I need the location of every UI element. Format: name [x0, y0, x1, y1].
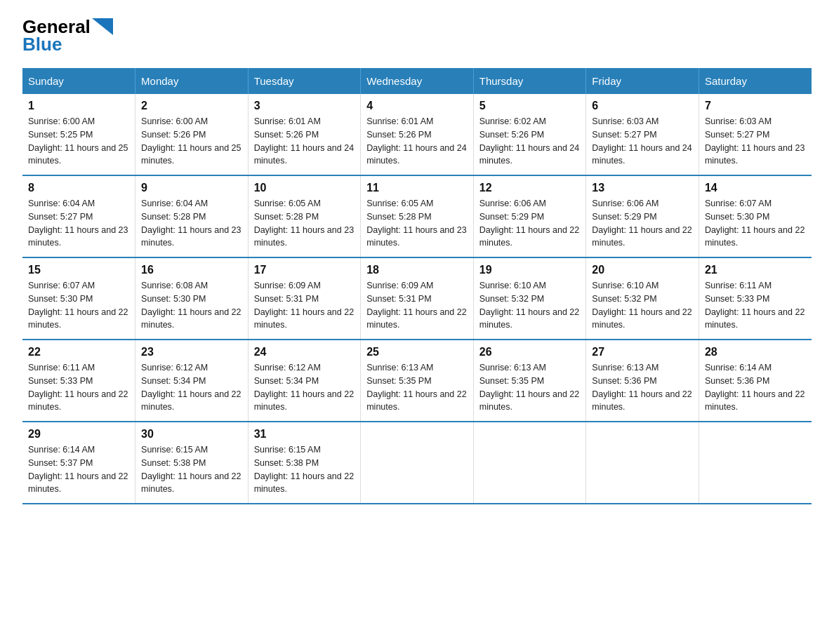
calendar-cell: 23 Sunrise: 6:12 AMSunset: 5:34 PMDaylig…	[135, 340, 249, 422]
weekday-header-tuesday: Tuesday	[248, 68, 361, 94]
calendar-cell: 8 Sunrise: 6:04 AMSunset: 5:27 PMDayligh…	[22, 175, 135, 257]
page-header: General Blue	[22, 17, 812, 54]
day-number: 17	[254, 264, 355, 276]
day-number: 2	[141, 100, 242, 112]
calendar-cell: 15 Sunrise: 6:07 AMSunset: 5:30 PMDaylig…	[22, 257, 135, 340]
day-detail: Sunrise: 6:09 AMSunset: 5:31 PMDaylight:…	[254, 281, 354, 330]
day-number: 12	[479, 182, 581, 194]
day-detail: Sunrise: 6:11 AMSunset: 5:33 PMDaylight:…	[28, 363, 128, 412]
day-detail: Sunrise: 6:00 AMSunset: 5:26 PMDaylight:…	[141, 116, 241, 166]
day-number: 15	[28, 264, 129, 276]
weekday-header-monday: Monday	[135, 68, 249, 94]
day-number: 28	[705, 346, 806, 358]
calendar-cell: 16 Sunrise: 6:08 AMSunset: 5:30 PMDaylig…	[135, 257, 249, 340]
svg-marker-0	[92, 18, 113, 35]
calendar-week-row: 8 Sunrise: 6:04 AMSunset: 5:27 PMDayligh…	[22, 175, 812, 257]
day-number: 14	[705, 182, 806, 194]
calendar-cell: 25 Sunrise: 6:13 AMSunset: 5:35 PMDaylig…	[361, 340, 474, 422]
calendar-week-row: 29 Sunrise: 6:14 AMSunset: 5:37 PMDaylig…	[22, 422, 812, 504]
weekday-header-wednesday: Wednesday	[361, 68, 474, 94]
day-detail: Sunrise: 6:12 AMSunset: 5:34 PMDaylight:…	[254, 363, 354, 412]
calendar-cell: 14 Sunrise: 6:07 AMSunset: 5:30 PMDaylig…	[699, 175, 812, 257]
day-number: 21	[705, 264, 806, 276]
day-number: 5	[479, 100, 581, 112]
day-detail: Sunrise: 6:14 AMSunset: 5:36 PMDaylight:…	[705, 363, 805, 412]
day-number: 1	[28, 100, 129, 112]
calendar-cell: 29 Sunrise: 6:14 AMSunset: 5:37 PMDaylig…	[22, 422, 135, 504]
day-detail: Sunrise: 6:00 AMSunset: 5:25 PMDaylight:…	[28, 116, 128, 166]
day-detail: Sunrise: 6:13 AMSunset: 5:35 PMDaylight:…	[479, 363, 579, 412]
day-detail: Sunrise: 6:03 AMSunset: 5:27 PMDaylight:…	[705, 116, 805, 166]
day-detail: Sunrise: 6:04 AMSunset: 5:28 PMDaylight:…	[141, 199, 241, 248]
day-detail: Sunrise: 6:15 AMSunset: 5:38 PMDaylight:…	[141, 445, 241, 494]
calendar-cell: 1 Sunrise: 6:00 AMSunset: 5:25 PMDayligh…	[22, 94, 135, 175]
day-detail: Sunrise: 6:15 AMSunset: 5:38 PMDaylight:…	[254, 445, 354, 494]
day-number: 29	[28, 428, 129, 441]
day-detail: Sunrise: 6:11 AMSunset: 5:33 PMDaylight:…	[705, 281, 805, 330]
calendar-cell: 27 Sunrise: 6:13 AMSunset: 5:36 PMDaylig…	[586, 340, 699, 422]
logo-graphic: General Blue	[22, 17, 113, 54]
day-number: 26	[479, 346, 581, 358]
calendar-cell	[361, 422, 474, 504]
day-detail: Sunrise: 6:07 AMSunset: 5:30 PMDaylight:…	[705, 199, 805, 248]
day-number: 20	[592, 264, 693, 276]
calendar-cell: 10 Sunrise: 6:05 AMSunset: 5:28 PMDaylig…	[248, 175, 361, 257]
calendar-week-row: 1 Sunrise: 6:00 AMSunset: 5:25 PMDayligh…	[22, 94, 812, 175]
calendar-table: SundayMondayTuesdayWednesdayThursdayFrid…	[22, 68, 812, 504]
calendar-cell: 5 Sunrise: 6:02 AMSunset: 5:26 PMDayligh…	[473, 94, 586, 175]
weekday-header-sunday: Sunday	[22, 68, 135, 94]
weekday-header-row: SundayMondayTuesdayWednesdayThursdayFrid…	[22, 68, 812, 94]
calendar-week-row: 15 Sunrise: 6:07 AMSunset: 5:30 PMDaylig…	[22, 257, 812, 340]
day-detail: Sunrise: 6:09 AMSunset: 5:31 PMDaylight:…	[366, 281, 466, 330]
day-number: 7	[705, 100, 806, 112]
day-detail: Sunrise: 6:02 AMSunset: 5:26 PMDaylight:…	[479, 116, 579, 166]
weekday-header-saturday: Saturday	[699, 68, 812, 94]
day-detail: Sunrise: 6:05 AMSunset: 5:28 PMDaylight:…	[254, 199, 354, 248]
calendar-cell: 13 Sunrise: 6:06 AMSunset: 5:29 PMDaylig…	[586, 175, 699, 257]
calendar-cell: 17 Sunrise: 6:09 AMSunset: 5:31 PMDaylig…	[248, 257, 361, 340]
calendar-cell: 22 Sunrise: 6:11 AMSunset: 5:33 PMDaylig…	[22, 340, 135, 422]
calendar-cell: 9 Sunrise: 6:04 AMSunset: 5:28 PMDayligh…	[135, 175, 249, 257]
calendar-cell: 24 Sunrise: 6:12 AMSunset: 5:34 PMDaylig…	[248, 340, 361, 422]
calendar-cell: 18 Sunrise: 6:09 AMSunset: 5:31 PMDaylig…	[361, 257, 474, 340]
day-detail: Sunrise: 6:04 AMSunset: 5:27 PMDaylight:…	[28, 199, 128, 248]
calendar-cell: 30 Sunrise: 6:15 AMSunset: 5:38 PMDaylig…	[135, 422, 249, 504]
calendar-cell: 20 Sunrise: 6:10 AMSunset: 5:32 PMDaylig…	[586, 257, 699, 340]
day-number: 19	[479, 264, 581, 276]
calendar-cell: 26 Sunrise: 6:13 AMSunset: 5:35 PMDaylig…	[473, 340, 586, 422]
day-number: 24	[254, 346, 355, 358]
calendar-cell: 4 Sunrise: 6:01 AMSunset: 5:26 PMDayligh…	[361, 94, 474, 175]
calendar-cell: 7 Sunrise: 6:03 AMSunset: 5:27 PMDayligh…	[699, 94, 812, 175]
weekday-header-thursday: Thursday	[473, 68, 586, 94]
day-number: 22	[28, 346, 129, 358]
calendar-cell: 31 Sunrise: 6:15 AMSunset: 5:38 PMDaylig…	[248, 422, 361, 504]
day-detail: Sunrise: 6:01 AMSunset: 5:26 PMDaylight:…	[366, 116, 466, 166]
calendar-cell: 6 Sunrise: 6:03 AMSunset: 5:27 PMDayligh…	[586, 94, 699, 175]
calendar-cell: 19 Sunrise: 6:10 AMSunset: 5:32 PMDaylig…	[473, 257, 586, 340]
day-detail: Sunrise: 6:13 AMSunset: 5:36 PMDaylight:…	[592, 363, 691, 412]
weekday-header-friday: Friday	[586, 68, 699, 94]
calendar-cell	[699, 422, 812, 504]
day-number: 18	[366, 264, 468, 276]
calendar-cell: 2 Sunrise: 6:00 AMSunset: 5:26 PMDayligh…	[135, 94, 249, 175]
day-number: 9	[141, 182, 242, 194]
day-number: 10	[254, 182, 355, 194]
day-number: 16	[141, 264, 242, 276]
calendar-cell: 12 Sunrise: 6:06 AMSunset: 5:29 PMDaylig…	[473, 175, 586, 257]
day-number: 27	[592, 346, 693, 358]
day-detail: Sunrise: 6:13 AMSunset: 5:35 PMDaylight:…	[366, 363, 466, 412]
calendar-cell: 11 Sunrise: 6:05 AMSunset: 5:28 PMDaylig…	[361, 175, 474, 257]
day-number: 6	[592, 100, 693, 112]
day-detail: Sunrise: 6:10 AMSunset: 5:32 PMDaylight:…	[592, 281, 691, 330]
day-detail: Sunrise: 6:06 AMSunset: 5:29 PMDaylight:…	[592, 199, 691, 248]
day-number: 30	[141, 428, 242, 441]
day-number: 3	[254, 100, 355, 112]
day-detail: Sunrise: 6:07 AMSunset: 5:30 PMDaylight:…	[28, 281, 128, 330]
calendar-cell: 3 Sunrise: 6:01 AMSunset: 5:26 PMDayligh…	[248, 94, 361, 175]
logo: General Blue	[22, 17, 113, 54]
day-number: 8	[28, 182, 129, 194]
day-detail: Sunrise: 6:05 AMSunset: 5:28 PMDaylight:…	[366, 199, 466, 248]
day-detail: Sunrise: 6:10 AMSunset: 5:32 PMDaylight:…	[479, 281, 579, 330]
day-number: 25	[366, 346, 468, 358]
day-number: 13	[592, 182, 693, 194]
